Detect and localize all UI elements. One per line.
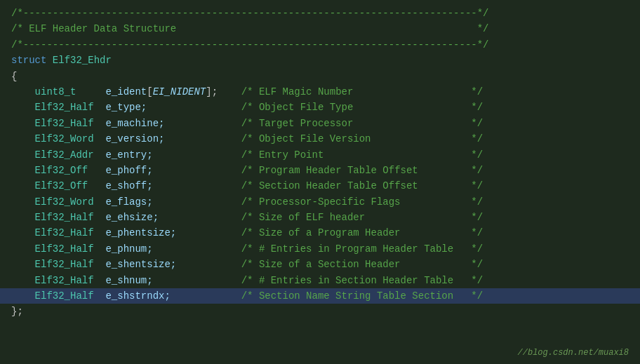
line-field-flags: Elf32_Word e_flags; /* Processor-Specifi…: [0, 194, 640, 210]
line-field-phoff: Elf32_Off e_phoff; /* Program Header Tab…: [0, 163, 640, 178]
line-field-ident: uint8_t e_ident[EI_NIDENT]; /* ELF Magic…: [0, 84, 640, 100]
line-brace-close: };: [0, 304, 640, 319]
line-separator-top2: /*--------------------------------------…: [0, 37, 640, 53]
line-field-shstrndx: Elf32_Half e_shstrndx; /* Section Name S…: [0, 288, 640, 304]
line-separator-top1: /*--------------------------------------…: [0, 6, 640, 21]
line-field-shoff: Elf32_Off e_shoff; /* Section Header Tab…: [0, 178, 640, 194]
code-container: /*--------------------------------------…: [0, 0, 640, 364]
line-field-type: Elf32_Half e_type; /* Object File Type *…: [0, 100, 640, 115]
line-title: /* ELF Header Data Structure */: [0, 21, 640, 36]
keyword-struct: struct: [11, 55, 46, 66]
line-field-version: Elf32_Word e_version; /* Object File Ver…: [0, 131, 640, 147]
line-brace-open: {: [0, 69, 640, 84]
line-field-ehsize: Elf32_Half e_ehsize; /* Size of ELF head…: [0, 210, 640, 225]
line-struct: struct Elf32_Ehdr: [0, 53, 640, 68]
line-field-machine: Elf32_Half e_machine; /* Target Processo…: [0, 116, 640, 131]
line-field-phnum: Elf32_Half e_phnum; /* # Entries in Prog…: [0, 241, 640, 257]
line-field-shentsize: Elf32_Half e_shentsize; /* Size of a Sec…: [0, 257, 640, 272]
line-field-shnum: Elf32_Half e_shnum; /* # Entries in Sect…: [0, 273, 640, 288]
watermark: //blog.csdn.net/muaxi8: [518, 346, 629, 360]
line-field-entry: Elf32_Addr e_entry; /* Entry Point */: [0, 147, 640, 163]
line-field-phentsize: Elf32_Half e_phentsize; /* Size of a Pro…: [0, 225, 640, 241]
type-elf32-ehdr: Elf32_Ehdr: [53, 55, 112, 66]
